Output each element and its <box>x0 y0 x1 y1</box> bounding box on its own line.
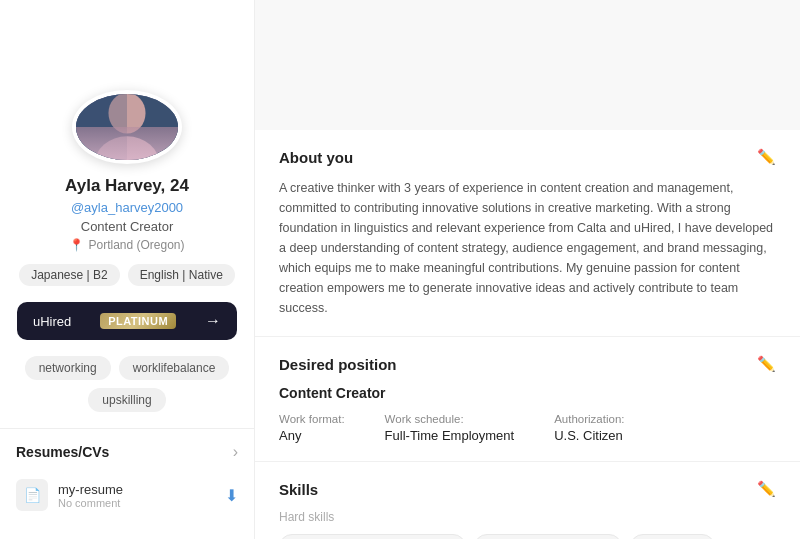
about-section: About you ✏️ A creative thinker with 3 y… <box>255 130 800 337</box>
uhired-brand: uHired <box>33 314 71 329</box>
resume-item: 📄 my-resume No comment ⬇ <box>16 471 238 519</box>
tags-section: networking worklifebalance upskilling <box>0 356 254 412</box>
position-job-title: Content Creator <box>279 385 776 401</box>
resume-comment: No comment <box>58 497 123 509</box>
about-title: About you <box>279 149 353 166</box>
user-name: Ayla Harvey, 24 <box>65 176 189 196</box>
location-icon: 📍 <box>69 238 84 252</box>
resume-name: my-resume <box>58 482 123 497</box>
user-title: Content Creator <box>81 219 174 234</box>
resumes-title: Resumes/CVs <box>16 444 109 460</box>
skills-title: Skills <box>279 481 318 498</box>
skills-edit-icon[interactable]: ✏️ <box>757 480 776 498</box>
resume-file-icon: 📄 <box>16 479 48 511</box>
download-icon[interactable]: ⬇ <box>225 486 238 505</box>
work-format-label: Work format: <box>279 413 345 425</box>
main-content: About you ✏️ A creative thinker with 3 y… <box>255 0 800 539</box>
language-badge-english: English | Native <box>128 264 235 286</box>
work-format-item: Work format: Any <box>279 413 345 443</box>
uhired-arrow-icon: → <box>205 312 221 330</box>
desired-position-title: Desired position <box>279 356 397 373</box>
hard-skills-label: Hard skills <box>279 510 776 524</box>
work-schedule-label: Work schedule: <box>385 413 515 425</box>
resumes-header: Resumes/CVs › <box>16 429 238 471</box>
hard-skills-tags: Creative Content Creation Creative Marke… <box>279 534 776 539</box>
uhired-banner[interactable]: uHired PLATINUM → <box>17 302 237 340</box>
skills-section: Skills ✏️ Hard skills Creative Content C… <box>255 462 800 539</box>
about-text: A creative thinker with 3 years of exper… <box>279 178 776 318</box>
languages-list: Japanese | B2 English | Native <box>19 264 235 286</box>
avatar <box>72 90 182 164</box>
avatar-image <box>76 94 178 160</box>
skill-tag-creative-content-creation: Creative Content Creation <box>279 534 466 539</box>
skill-tag-creative-marketing: Creative Marketing <box>474 534 623 539</box>
main-layout: Ayla Harvey, 24 @ayla_harvey2000 Content… <box>0 0 800 539</box>
tag-networking: networking <box>25 356 111 380</box>
work-schedule-item: Work schedule: Full-Time Employment <box>385 413 515 443</box>
platinum-badge: PLATINUM <box>100 313 176 329</box>
work-schedule-value: Full-Time Employment <box>385 428 515 443</box>
skill-tag-editing: Editing <box>630 534 715 539</box>
about-edit-icon[interactable]: ✏️ <box>757 148 776 166</box>
work-format-value: Any <box>279 428 345 443</box>
svg-rect-12 <box>76 94 127 160</box>
desired-position-section: Desired position ✏️ Content Creator Work… <box>255 337 800 462</box>
sidebar: Ayla Harvey, 24 @ayla_harvey2000 Content… <box>0 0 255 539</box>
authorization-label: Authorization: <box>554 413 624 425</box>
language-badge-japanese: Japanese | B2 <box>19 264 120 286</box>
tag-worklifebalance: worklifebalance <box>119 356 230 380</box>
desired-position-edit-icon[interactable]: ✏️ <box>757 355 776 373</box>
position-details: Work format: Any Work schedule: Full-Tim… <box>279 413 776 443</box>
tag-upskilling: upskilling <box>88 388 165 412</box>
resumes-section: Resumes/CVs › 📄 my-resume No comment ⬇ <box>0 428 254 519</box>
svg-point-11 <box>95 136 160 160</box>
authorization-item: Authorization: U.S. Citizen <box>554 413 624 443</box>
resumes-arrow-icon[interactable]: › <box>233 443 238 461</box>
authorization-value: U.S. Citizen <box>554 428 624 443</box>
user-location: 📍 Portland (Oregon) <box>69 238 184 252</box>
user-handle[interactable]: @ayla_harvey2000 <box>71 200 183 215</box>
